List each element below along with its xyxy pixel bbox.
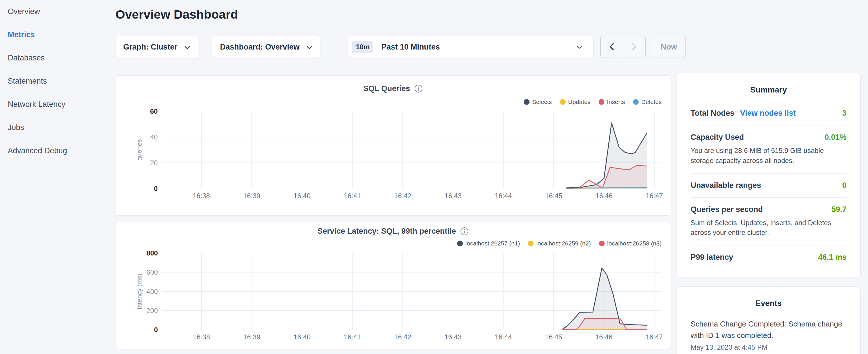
- svg-text:0: 0: [154, 326, 158, 334]
- svg-text:queries: queries: [135, 139, 143, 161]
- capacity-desc: You are using 28.6 MiB of 515.9 GiB usab…: [691, 146, 846, 166]
- summary-row-unavailable-ranges: Unavailable ranges 0: [691, 173, 846, 197]
- graph-scope-dropdown[interactable]: Graph: Cluster: [115, 36, 198, 58]
- qps-desc: Sum of Selects, Updates, Inserts, and De…: [691, 218, 846, 238]
- summary-title: Summary: [691, 85, 846, 95]
- time-range-dropdown[interactable]: 10m Past 10 Minutes: [348, 36, 594, 58]
- total-nodes-value: 3: [842, 109, 846, 118]
- sidebar-item-overview[interactable]: Overview: [0, 0, 115, 23]
- svg-text:16:39: 16:39: [243, 333, 260, 341]
- chevron-down-icon: [184, 43, 190, 52]
- chevron-down-icon: [306, 43, 312, 52]
- sidebar: Overview Metrics Databases Statements Ne…: [0, 0, 115, 354]
- svg-text:16:40: 16:40: [293, 192, 311, 200]
- graph-scope-label: Graph: Cluster: [123, 43, 177, 52]
- sidebar-item-jobs[interactable]: Jobs: [0, 116, 115, 139]
- sidebar-item-databases[interactable]: Databases: [0, 46, 115, 70]
- svg-text:20: 20: [150, 159, 158, 167]
- p99-latency-label: P99 latency: [691, 253, 733, 262]
- svg-text:60: 60: [150, 107, 158, 115]
- svg-text:16:46: 16:46: [595, 333, 613, 341]
- svg-text:16:47: 16:47: [646, 192, 663, 200]
- svg-text:600: 600: [147, 268, 158, 276]
- unavailable-ranges-value: 0: [842, 181, 846, 190]
- event-item: Schema Change Completed: Schema change w…: [691, 318, 846, 351]
- summary-panel: Summary Total Nodes View nodes list 3 Ca…: [677, 73, 861, 277]
- service-latency-chart-card: Service Latency: SQL, 99th percentile lo…: [115, 222, 671, 349]
- capacity-label: Capacity Used: [691, 133, 744, 142]
- page-title: Overview Dashboard: [116, 7, 238, 22]
- summary-row-capacity: Capacity Used 0.01% You are using 28.6 M…: [691, 125, 846, 173]
- svg-text:16:40: 16:40: [293, 333, 311, 341]
- time-range-label: Past 10 Minutes: [381, 43, 440, 52]
- time-back-button[interactable]: [601, 36, 623, 58]
- controls-bar: Graph: Cluster Dashboard: Overview 10m P…: [115, 36, 686, 58]
- svg-text:40: 40: [150, 133, 158, 141]
- svg-text:200: 200: [147, 307, 158, 315]
- svg-text:16:43: 16:43: [444, 192, 462, 200]
- time-step-buttons: [600, 36, 646, 58]
- now-button[interactable]: Now: [652, 36, 686, 58]
- svg-text:0: 0: [154, 185, 158, 192]
- svg-text:16:39: 16:39: [243, 192, 260, 200]
- dashboard-label: Dashboard: Overview: [220, 43, 300, 52]
- svg-text:16:46: 16:46: [595, 192, 613, 200]
- svg-text:16:42: 16:42: [394, 192, 411, 200]
- dashboard-dropdown[interactable]: Dashboard: Overview: [212, 36, 320, 58]
- sidebar-item-advanced-debug[interactable]: Advanced Debug: [0, 139, 115, 162]
- svg-text:16:41: 16:41: [344, 192, 361, 200]
- p99-latency-value: 46.1 ms: [818, 253, 846, 262]
- svg-text:800: 800: [147, 249, 158, 257]
- svg-text:16:38: 16:38: [193, 192, 210, 200]
- sidebar-item-metrics[interactable]: Metrics: [0, 23, 115, 46]
- svg-text:400: 400: [147, 288, 158, 295]
- svg-text:16:44: 16:44: [495, 333, 512, 341]
- svg-text:16:43: 16:43: [444, 333, 462, 341]
- sql-queries-plot: 16:3816:3916:4016:4116:4216:4316:4416:45…: [116, 75, 671, 215]
- chevron-right-icon: [632, 43, 637, 52]
- chevron-down-icon: [576, 45, 583, 49]
- events-title: Events: [691, 299, 846, 308]
- time-forward-button[interactable]: [623, 36, 645, 58]
- sidebar-item-network-latency[interactable]: Network Latency: [0, 93, 115, 116]
- qps-value: 59.7: [831, 205, 846, 214]
- controls-divider: [334, 36, 334, 58]
- chevron-left-icon: [609, 43, 614, 52]
- service-latency-plot: 16:3816:3916:4016:4116:4216:4316:4416:45…: [116, 222, 671, 349]
- summary-row-qps: Queries per second 59.7 Sum of Selects, …: [691, 198, 846, 246]
- capacity-value: 0.01%: [825, 133, 846, 142]
- sql-queries-chart-card: SQL Queries SelectsUpdatesInsertsDeletes…: [115, 75, 671, 216]
- total-nodes-label: Total Nodes: [691, 109, 735, 118]
- svg-text:16:45: 16:45: [545, 192, 562, 200]
- db-console-app: Overview Metrics Databases Statements Ne…: [0, 0, 868, 354]
- event-timestamp: May 13, 2020 at 4:45 PM: [691, 344, 846, 351]
- sidebar-item-statements[interactable]: Statements: [0, 70, 115, 93]
- summary-row-total-nodes: Total Nodes View nodes list 3: [691, 105, 846, 125]
- event-text: Schema Change Completed: Schema change w…: [691, 318, 846, 342]
- unavailable-ranges-label: Unavailable ranges: [691, 181, 761, 190]
- view-nodes-list-link[interactable]: View nodes list: [740, 109, 796, 118]
- svg-text:16:44: 16:44: [495, 192, 512, 200]
- svg-text:16:41: 16:41: [344, 333, 361, 341]
- summary-row-p99-latency: P99 latency 46.1 ms: [691, 246, 846, 269]
- events-panel: Events Schema Change Completed: Schema c…: [677, 286, 861, 354]
- svg-text:16:38: 16:38: [193, 333, 210, 341]
- qps-label: Queries per second: [691, 205, 763, 214]
- svg-text:16:42: 16:42: [394, 333, 411, 341]
- svg-text:16:47: 16:47: [646, 333, 663, 341]
- svg-text:16:45: 16:45: [545, 333, 562, 341]
- svg-text:latency (ms): latency (ms): [135, 273, 143, 309]
- time-range-badge: 10m: [352, 41, 373, 53]
